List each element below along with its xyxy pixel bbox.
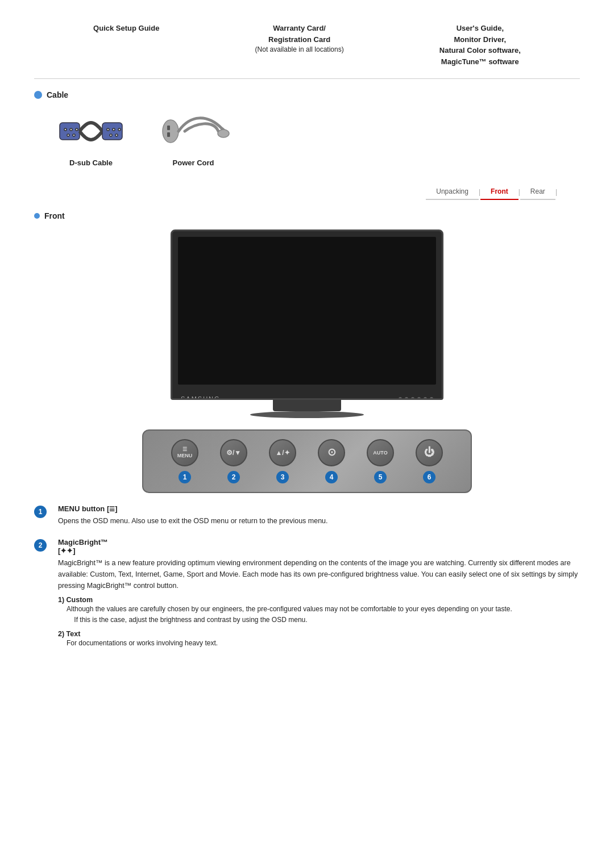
cable-items: D-sub Cable (57, 108, 580, 167)
desc-number-1: 1 (34, 506, 47, 518)
ctrl-circle-magicbright[interactable]: ⚙/▼ (220, 439, 247, 466)
cable-dot-icon (34, 91, 42, 99)
monitor-bezel-bottom: SAMSUNG (172, 390, 442, 400)
warranty-card: Warranty Card/Registration Card (Not ava… (255, 23, 344, 55)
ctrl-circle-power[interactable]: ⏻ (416, 439, 443, 466)
front-dot-icon (34, 213, 40, 219)
svg-point-3 (76, 128, 78, 131)
desc-subitem-text: 2) Text For documentations or works invo… (58, 630, 580, 649)
source-symbol: ⊙ (327, 446, 336, 459)
tab-front[interactable]: Front (480, 184, 518, 200)
power-symbol: ⏻ (424, 446, 434, 459)
power-cord-label: Power Cord (159, 158, 227, 167)
svg-point-2 (70, 128, 72, 131)
desc-content-menu: MENU button [☰] Opens the OSD menu. Also… (58, 504, 580, 527)
ctrl-number-6: 6 (423, 471, 435, 483)
monitor-dot-2 (405, 397, 408, 400)
svg-point-4 (67, 134, 69, 136)
svg-point-7 (107, 128, 109, 131)
descriptions: 1 MENU button [☰] Opens the OSD menu. Al… (34, 504, 580, 649)
ctrl-circle-source[interactable]: ⊙ (318, 439, 345, 466)
svg-rect-0 (60, 123, 80, 140)
monitor-stand-top (273, 400, 341, 411)
monitor-dot-5 (424, 397, 427, 400)
desc-label-menu: MENU button [☰] (58, 504, 580, 513)
nav-tabs: Unpacking | Front | Rear | (34, 184, 580, 200)
brightness-symbol: ▲/✦ (275, 449, 289, 457)
text-mode-title: 2) Text (58, 630, 580, 638)
ctrl-circle-auto[interactable]: AUTO (367, 439, 394, 466)
monitor-wrapper: SAMSUNG (171, 229, 443, 418)
ctrl-number-2: 2 (227, 471, 240, 483)
auto-symbol: AUTO (373, 450, 387, 456)
svg-point-11 (115, 134, 118, 136)
dsub-cable-image (57, 108, 125, 154)
ctrl-number-1: 1 (179, 471, 191, 483)
menu-symbol: ☰MENU (177, 446, 193, 459)
top-divider (34, 78, 580, 79)
ctrl-number-4: 4 (325, 471, 338, 483)
desc-item-magicbright: 2 MagicBright™[✦✦] MagicBright™ is a new… (34, 538, 580, 649)
samsung-logo: SAMSUNG (181, 395, 221, 400)
top-docs-section: Quick Setup Guide Warranty Card/Registra… (34, 23, 580, 67)
svg-point-8 (113, 128, 115, 131)
ctrl-btn-brightness: ▲/✦ 3 (269, 439, 296, 483)
custom-title: 1) Custom (58, 596, 580, 604)
text-mode-text: For documentations or works involving he… (67, 638, 580, 649)
desc-number-2: 2 (34, 539, 47, 552)
monitor-container: SAMSUNG (34, 229, 580, 418)
desc-text-magicbright: MagicBright™ is a new feature providing … (58, 557, 580, 591)
tab-rear[interactable]: Rear (520, 184, 555, 200)
power-cord-image (159, 108, 227, 154)
monitor-dot-6 (430, 397, 433, 400)
dsub-cable-item: D-sub Cable (57, 108, 125, 167)
svg-rect-6 (102, 123, 122, 140)
svg-rect-13 (167, 126, 170, 130)
front-section: Front SAMSUNG (34, 211, 580, 493)
power-cord-item: Power Cord (159, 108, 227, 167)
svg-point-10 (110, 134, 112, 136)
dsub-cable-label: D-sub Cable (57, 158, 125, 167)
monitor-screen (178, 237, 436, 385)
ctrl-number-3: 3 (276, 471, 289, 483)
ctrl-btn-source: ⊙ 4 (318, 439, 345, 483)
users-guide: User's Guide,Monitor Driver,Natural Colo… (439, 23, 521, 67)
svg-point-9 (118, 128, 121, 131)
svg-point-15 (218, 130, 229, 137)
ctrl-btn-auto: AUTO 5 (367, 439, 394, 483)
front-label: Front (44, 211, 65, 220)
custom-text: Although the values are carefully chosen… (67, 604, 580, 625)
desc-text-menu: Opens the OSD menu. Also use to exit the… (58, 515, 580, 527)
front-header: Front (34, 211, 580, 220)
ctrl-btn-menu: ☰MENU 1 (171, 439, 198, 483)
monitor-dot-3 (411, 397, 414, 400)
monitor-body: SAMSUNG (171, 229, 443, 400)
ctrl-circle-menu[interactable]: ☰MENU (171, 439, 198, 466)
monitor-dot-4 (417, 397, 421, 400)
tab-unpacking[interactable]: Unpacking (426, 184, 479, 200)
cable-header: Cable (34, 90, 580, 99)
desc-content-magicbright: MagicBright™[✦✦] MagicBright™ is a new f… (58, 538, 580, 649)
ctrl-btn-magicbright: ⚙/▼ 2 (220, 439, 247, 483)
cable-section: Cable (34, 90, 580, 167)
desc-subitem-custom: 1) Custom Although the values are carefu… (58, 596, 580, 625)
svg-rect-14 (167, 132, 170, 137)
monitor-dots (399, 397, 433, 400)
monitor-stand-base (250, 411, 364, 418)
cable-label: Cable (47, 90, 68, 99)
desc-item-menu: 1 MENU button [☰] Opens the OSD menu. Al… (34, 504, 580, 527)
svg-point-5 (73, 134, 75, 136)
control-panel: ☰MENU 1 ⚙/▼ 2 ▲/✦ 3 ⊙ 4 AUTO (142, 429, 472, 493)
tab-sep-3: | (555, 188, 557, 196)
quick-setup-guide: Quick Setup Guide (93, 23, 159, 34)
monitor-dot-1 (399, 397, 402, 400)
ctrl-number-5: 5 (374, 471, 387, 483)
svg-point-1 (64, 128, 67, 131)
ctrl-circle-brightness[interactable]: ▲/✦ (269, 439, 296, 466)
magicbright-symbol: ⚙/▼ (226, 449, 241, 457)
ctrl-btn-power: ⏻ 6 (416, 439, 443, 483)
svg-point-12 (163, 120, 179, 143)
desc-label-magicbright: MagicBright™[✦✦] (58, 538, 580, 555)
